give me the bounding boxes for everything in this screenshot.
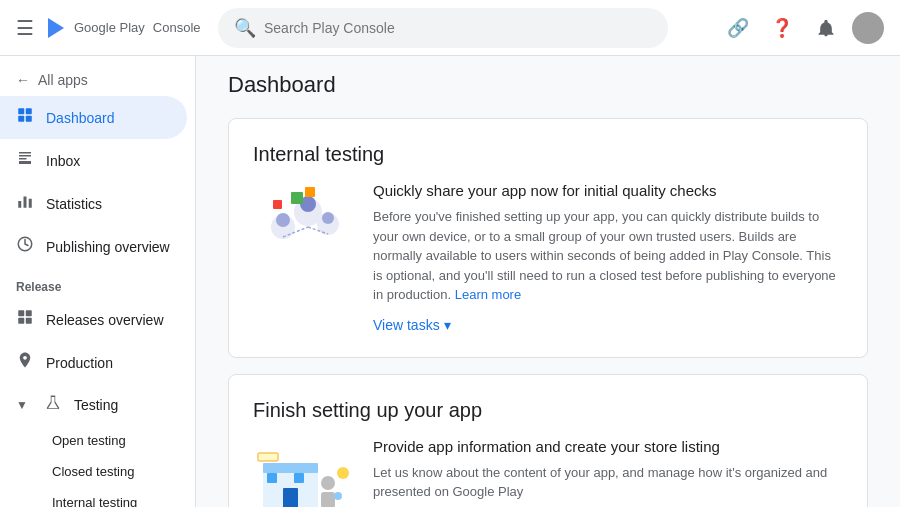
topbar-left: ☰ Google Play Console [16, 16, 206, 40]
svg-rect-21 [273, 200, 282, 209]
inbox-icon [16, 149, 34, 172]
svg-rect-10 [26, 310, 32, 316]
svg-point-33 [334, 492, 342, 500]
view-tasks-chevron-icon: ▾ [444, 317, 451, 333]
illustration-svg-internal [253, 182, 353, 262]
releases-overview-label: Releases overview [46, 312, 164, 328]
internal-testing-title: Internal testing [253, 143, 843, 166]
finish-setup-section: Finish setting up your app [228, 374, 868, 508]
internal-testing-label: Internal testing [52, 495, 137, 507]
internal-testing-card: Quickly share your app now for initial q… [253, 182, 843, 333]
internal-testing-content: Quickly share your app now for initial q… [373, 182, 843, 333]
internal-testing-desc-text: Before you've finished setting up your a… [373, 209, 836, 302]
publishing-icon [16, 235, 34, 258]
closed-testing-label: Closed testing [52, 464, 134, 479]
sidebar: ← All apps Dashboard Inbox Statistics [0, 56, 196, 507]
statistics-icon [16, 192, 34, 215]
finish-setup-content: Provide app information and create your … [373, 438, 843, 508]
statistics-label: Statistics [46, 196, 102, 212]
finish-setup-title: Finish setting up your app [253, 399, 843, 422]
store-listing-illustration [253, 438, 353, 508]
svg-rect-4 [26, 116, 32, 122]
illustration-svg-store [253, 438, 353, 508]
sidebar-item-dashboard[interactable]: Dashboard [0, 96, 187, 139]
svg-rect-11 [18, 318, 24, 324]
inbox-label: Inbox [46, 153, 80, 169]
svg-point-32 [337, 467, 349, 479]
testing-icon [44, 394, 62, 415]
sidebar-item-releases-overview[interactable]: Releases overview [0, 298, 187, 341]
svg-rect-28 [294, 473, 304, 483]
sidebar-item-publishing[interactable]: Publishing overview [0, 225, 187, 268]
link-icon[interactable]: 🔗 [720, 10, 756, 46]
sidebar-sub-closed-testing[interactable]: Closed testing [0, 456, 195, 487]
sidebar-item-testing[interactable]: ▼ Testing [0, 384, 187, 425]
sidebar-sub-internal-testing[interactable]: Internal testing [0, 487, 195, 507]
help-icon[interactable]: ❓ [764, 10, 800, 46]
sidebar-item-production[interactable]: Production [0, 341, 187, 384]
back-arrow-icon: ← [16, 72, 30, 88]
production-icon [16, 351, 34, 374]
svg-rect-30 [321, 492, 335, 508]
internal-testing-illustration [253, 182, 353, 265]
notification-icon[interactable] [808, 10, 844, 46]
svg-rect-9 [18, 310, 24, 316]
internal-testing-section: Internal testing [228, 118, 868, 358]
svg-point-29 [321, 476, 335, 490]
topbar-right: 🔗 ❓ [720, 10, 884, 46]
search-bar[interactable]: 🔍 [218, 8, 668, 48]
main-layout: ← All apps Dashboard Inbox Statistics [0, 56, 900, 507]
topbar: ☰ Google Play Console 🔍 🔗 ❓ [0, 0, 900, 56]
play-logo-icon [44, 16, 68, 40]
search-icon: 🔍 [234, 17, 256, 39]
svg-rect-26 [283, 488, 298, 508]
svg-marker-0 [48, 18, 64, 38]
testing-label: Testing [74, 397, 118, 413]
dashboard-label: Dashboard [46, 110, 115, 126]
open-testing-label: Open testing [52, 433, 126, 448]
all-apps-back[interactable]: ← All apps [0, 64, 195, 96]
releases-icon [16, 308, 34, 331]
svg-rect-5 [18, 201, 21, 208]
avatar[interactable] [852, 12, 884, 44]
internal-testing-desc: Before you've finished setting up your a… [373, 207, 843, 305]
sidebar-sub-open-testing[interactable]: Open testing [0, 425, 195, 456]
svg-rect-12 [26, 318, 32, 324]
svg-rect-6 [24, 197, 27, 208]
internal-testing-view-tasks[interactable]: View tasks ▾ [373, 317, 451, 333]
internal-testing-heading: Quickly share your app now for initial q… [373, 182, 843, 199]
svg-point-18 [322, 212, 334, 224]
sidebar-item-inbox[interactable]: Inbox [0, 139, 187, 182]
content-area: Dashboard Internal testing [196, 56, 900, 507]
svg-rect-2 [26, 108, 32, 114]
all-apps-label: All apps [38, 72, 88, 88]
svg-rect-3 [18, 116, 24, 122]
svg-rect-19 [291, 192, 303, 204]
logo-sub: Console [153, 20, 201, 35]
hamburger-icon[interactable]: ☰ [16, 16, 34, 40]
finish-setup-card: Provide app information and create your … [253, 438, 843, 508]
page-title: Dashboard [228, 72, 868, 98]
logo-text: Google Play [74, 20, 145, 35]
play-logo: Google Play Console [44, 16, 201, 40]
store-listing-desc: Let us know about the content of your ap… [373, 463, 843, 502]
release-section-label: Release [0, 268, 195, 298]
svg-rect-25 [263, 463, 318, 473]
dashboard-icon [16, 106, 34, 129]
svg-point-14 [276, 213, 290, 227]
production-label: Production [46, 355, 113, 371]
learn-more-link[interactable]: Learn more [455, 287, 521, 302]
publishing-label: Publishing overview [46, 239, 170, 255]
sidebar-item-statistics[interactable]: Statistics [0, 182, 187, 225]
content-inner: Dashboard Internal testing [196, 56, 900, 507]
store-listing-heading: Provide app information and create your … [373, 438, 843, 455]
svg-rect-1 [18, 108, 24, 114]
search-input[interactable] [264, 20, 652, 36]
svg-rect-27 [267, 473, 277, 483]
svg-rect-20 [305, 187, 315, 197]
testing-chevron-icon: ▼ [16, 398, 28, 412]
svg-rect-7 [29, 199, 32, 208]
svg-rect-31 [258, 453, 278, 461]
view-tasks-label: View tasks [373, 317, 440, 333]
